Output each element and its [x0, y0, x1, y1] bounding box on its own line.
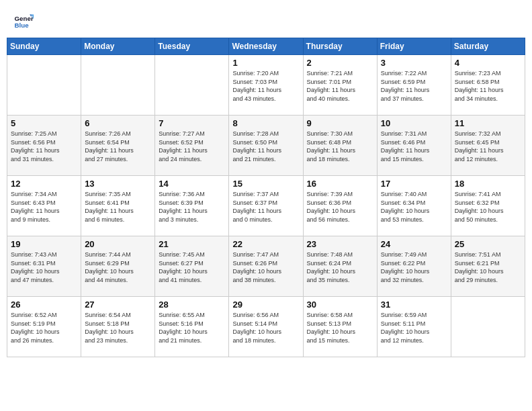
- day-number: 15: [232, 179, 299, 189]
- day-info: Sunrise: 7:32 AMSunset: 6:45 PMDaylight:…: [455, 130, 521, 163]
- day-number: 10: [381, 118, 447, 128]
- weekday-header-friday: Friday: [377, 38, 451, 55]
- day-number: 4: [455, 58, 521, 68]
- day-info: Sunrise: 6:54 AMSunset: 5:18 PMDaylight:…: [85, 311, 151, 345]
- day-number: 23: [307, 239, 373, 249]
- day-number: 8: [232, 118, 299, 128]
- weekday-header-wednesday: Wednesday: [229, 38, 303, 55]
- day-info: Sunrise: 7:34 AMSunset: 6:43 PMDaylight:…: [11, 190, 77, 224]
- day-number: 11: [455, 118, 521, 128]
- day-info: Sunrise: 6:55 AMSunset: 5:16 PMDaylight:…: [159, 311, 225, 345]
- week-row-3: 12Sunrise: 7:34 AMSunset: 6:43 PMDayligh…: [7, 176, 525, 236]
- day-info: Sunrise: 7:27 AMSunset: 6:52 PMDaylight:…: [159, 130, 225, 163]
- calendar-cell: 18Sunrise: 7:41 AMSunset: 6:32 PMDayligh…: [451, 176, 525, 236]
- day-info: Sunrise: 7:45 AMSunset: 6:27 PMDaylight:…: [159, 250, 225, 284]
- calendar-cell: 28Sunrise: 6:55 AMSunset: 5:16 PMDayligh…: [155, 297, 229, 357]
- day-info: Sunrise: 7:39 AMSunset: 6:36 PMDaylight:…: [307, 190, 373, 224]
- day-number: 12: [11, 179, 77, 189]
- calendar-cell: 25Sunrise: 7:51 AMSunset: 6:21 PMDayligh…: [451, 236, 525, 297]
- day-number: 21: [159, 239, 225, 249]
- day-number: 19: [11, 239, 77, 249]
- day-info: Sunrise: 7:20 AMSunset: 7:03 PMDaylight:…: [232, 69, 299, 103]
- day-info: Sunrise: 7:31 AMSunset: 6:46 PMDaylight:…: [381, 130, 447, 163]
- day-number: 31: [381, 300, 447, 310]
- calendar-cell: 5Sunrise: 7:25 AMSunset: 6:56 PMDaylight…: [7, 116, 81, 176]
- weekday-header-thursday: Thursday: [303, 38, 377, 55]
- day-info: Sunrise: 7:47 AMSunset: 6:26 PMDaylight:…: [232, 250, 299, 284]
- calendar-cell: 24Sunrise: 7:49 AMSunset: 6:22 PMDayligh…: [377, 236, 451, 297]
- day-info: Sunrise: 7:22 AMSunset: 6:59 PMDaylight:…: [381, 69, 447, 103]
- day-info: Sunrise: 6:59 AMSunset: 5:11 PMDaylight:…: [381, 311, 447, 345]
- day-info: Sunrise: 7:26 AMSunset: 6:54 PMDaylight:…: [85, 130, 151, 163]
- calendar-cell: 3Sunrise: 7:22 AMSunset: 6:59 PMDaylight…: [377, 55, 451, 116]
- day-info: Sunrise: 7:28 AMSunset: 6:50 PMDaylight:…: [232, 130, 299, 163]
- day-number: 9: [307, 118, 373, 128]
- calendar-cell: 6Sunrise: 7:26 AMSunset: 6:54 PMDaylight…: [81, 116, 155, 176]
- day-number: 20: [85, 239, 151, 249]
- day-number: 5: [11, 118, 77, 128]
- day-number: 7: [159, 118, 225, 128]
- calendar-cell: 19Sunrise: 7:43 AMSunset: 6:31 PMDayligh…: [7, 236, 81, 297]
- day-info: Sunrise: 7:25 AMSunset: 6:56 PMDaylight:…: [11, 130, 77, 163]
- calendar-cell: 7Sunrise: 7:27 AMSunset: 6:52 PMDaylight…: [155, 116, 229, 176]
- calendar-cell: 2Sunrise: 7:21 AMSunset: 7:01 PMDaylight…: [303, 55, 377, 116]
- day-number: 1: [232, 58, 299, 68]
- calendar-cell: 1Sunrise: 7:20 AMSunset: 7:03 PMDaylight…: [229, 55, 303, 116]
- day-number: 29: [232, 300, 299, 310]
- day-info: Sunrise: 7:21 AMSunset: 7:01 PMDaylight:…: [307, 69, 373, 103]
- calendar-cell: 10Sunrise: 7:31 AMSunset: 6:46 PMDayligh…: [377, 116, 451, 176]
- calendar-cell: [81, 55, 155, 116]
- week-row-2: 5Sunrise: 7:25 AMSunset: 6:56 PMDaylight…: [7, 116, 525, 176]
- calendar-cell: 20Sunrise: 7:44 AMSunset: 6:29 PMDayligh…: [81, 236, 155, 297]
- day-number: 13: [85, 179, 151, 189]
- calendar-cell: 17Sunrise: 7:40 AMSunset: 6:34 PMDayligh…: [377, 176, 451, 236]
- day-number: 27: [85, 300, 151, 310]
- calendar-cell: 4Sunrise: 7:23 AMSunset: 6:58 PMDaylight…: [451, 55, 525, 116]
- calendar-cell: 22Sunrise: 7:47 AMSunset: 6:26 PMDayligh…: [229, 236, 303, 297]
- weekday-header-tuesday: Tuesday: [155, 38, 229, 55]
- calendar-table: SundayMondayTuesdayWednesdayThursdayFrid…: [7, 38, 525, 357]
- day-number: 25: [455, 239, 521, 249]
- day-info: Sunrise: 7:23 AMSunset: 6:58 PMDaylight:…: [455, 69, 521, 103]
- week-row-1: 1Sunrise: 7:20 AMSunset: 7:03 PMDaylight…: [7, 55, 525, 116]
- weekday-header-monday: Monday: [81, 38, 155, 55]
- calendar-cell: 11Sunrise: 7:32 AMSunset: 6:45 PMDayligh…: [451, 116, 525, 176]
- day-info: Sunrise: 7:37 AMSunset: 6:37 PMDaylight:…: [232, 190, 299, 224]
- day-number: 16: [307, 179, 373, 189]
- calendar-cell: 16Sunrise: 7:39 AMSunset: 6:36 PMDayligh…: [303, 176, 377, 236]
- day-number: 22: [232, 239, 299, 249]
- logo: General Blue: [13, 12, 34, 31]
- calendar-cell: 8Sunrise: 7:28 AMSunset: 6:50 PMDaylight…: [229, 116, 303, 176]
- day-number: 6: [85, 118, 151, 128]
- day-number: 30: [307, 300, 373, 310]
- calendar-cell: 14Sunrise: 7:36 AMSunset: 6:39 PMDayligh…: [155, 176, 229, 236]
- day-number: 2: [307, 58, 373, 68]
- day-info: Sunrise: 7:41 AMSunset: 6:32 PMDaylight:…: [455, 190, 521, 224]
- calendar-cell: 30Sunrise: 6:58 AMSunset: 5:13 PMDayligh…: [303, 297, 377, 357]
- day-number: 24: [381, 239, 447, 249]
- day-info: Sunrise: 7:48 AMSunset: 6:24 PMDaylight:…: [307, 250, 373, 284]
- day-info: Sunrise: 6:52 AMSunset: 5:19 PMDaylight:…: [11, 311, 77, 345]
- day-info: Sunrise: 6:58 AMSunset: 5:13 PMDaylight:…: [307, 311, 373, 345]
- day-number: 28: [159, 300, 225, 310]
- day-info: Sunrise: 7:44 AMSunset: 6:29 PMDaylight:…: [85, 250, 151, 284]
- page-header: General Blue: [7, 7, 525, 34]
- calendar-cell: 13Sunrise: 7:35 AMSunset: 6:41 PMDayligh…: [81, 176, 155, 236]
- day-info: Sunrise: 7:43 AMSunset: 6:31 PMDaylight:…: [11, 250, 77, 284]
- weekday-header-saturday: Saturday: [451, 38, 525, 55]
- calendar-cell: 21Sunrise: 7:45 AMSunset: 6:27 PMDayligh…: [155, 236, 229, 297]
- day-info: Sunrise: 7:36 AMSunset: 6:39 PMDaylight:…: [159, 190, 225, 224]
- calendar-cell: 12Sunrise: 7:34 AMSunset: 6:43 PMDayligh…: [7, 176, 81, 236]
- day-info: Sunrise: 7:51 AMSunset: 6:21 PMDaylight:…: [455, 250, 521, 284]
- day-number: 14: [159, 179, 225, 189]
- logo-icon: General Blue: [13, 12, 34, 31]
- day-info: Sunrise: 6:56 AMSunset: 5:14 PMDaylight:…: [232, 311, 299, 345]
- calendar-cell: [451, 297, 525, 357]
- calendar-cell: 27Sunrise: 6:54 AMSunset: 5:18 PMDayligh…: [81, 297, 155, 357]
- calendar-cell: 31Sunrise: 6:59 AMSunset: 5:11 PMDayligh…: [377, 297, 451, 357]
- calendar-cell: 26Sunrise: 6:52 AMSunset: 5:19 PMDayligh…: [7, 297, 81, 357]
- week-row-4: 19Sunrise: 7:43 AMSunset: 6:31 PMDayligh…: [7, 236, 525, 297]
- calendar-cell: [7, 55, 81, 116]
- svg-text:Blue: Blue: [15, 21, 30, 29]
- day-info: Sunrise: 7:35 AMSunset: 6:41 PMDaylight:…: [85, 190, 151, 224]
